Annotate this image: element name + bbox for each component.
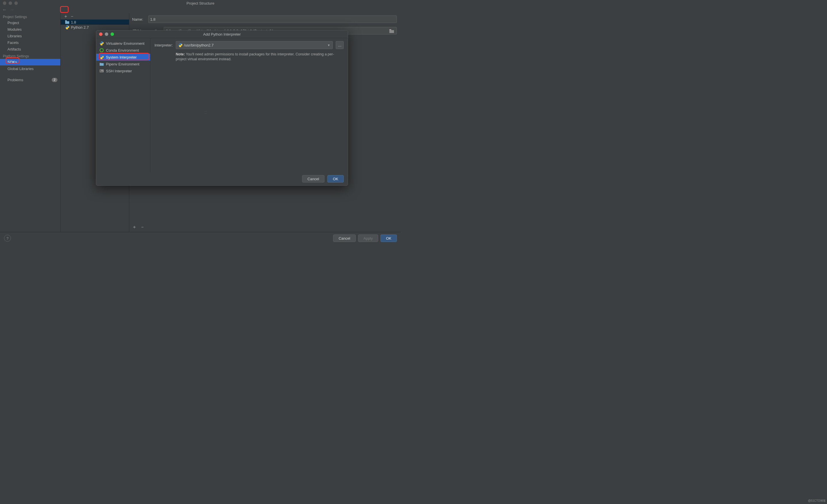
interpreter-combo[interactable]: /usr/bin/python2.7 ▼ — [176, 41, 333, 49]
interpreter-note: Note: You'll need admin permissions to i… — [154, 52, 344, 62]
dialog-footer: ? Cancel Apply OK — [0, 232, 401, 244]
env-ssh[interactable]: SSH Interpreter — [96, 67, 150, 74]
sdk-label: 1.8 — [71, 20, 76, 24]
modal-ok-button[interactable]: OK — [327, 175, 344, 183]
python-icon — [178, 43, 182, 47]
env-type-list: Virtualenv Environment Conda Environment… — [96, 38, 150, 172]
back-arrow-icon[interactable]: ← — [2, 7, 7, 12]
ssh-icon — [100, 69, 104, 73]
python-icon — [100, 55, 104, 59]
window-titlebar: Project Structure — [0, 0, 401, 6]
sidebar-item-libraries[interactable]: Libraries — [0, 33, 60, 39]
sidebar-item-global-libraries[interactable]: Global Libraries — [0, 65, 60, 72]
cancel-button[interactable]: Cancel — [333, 235, 355, 242]
note-bold: Note: — [176, 52, 185, 56]
pipenv-icon — [100, 62, 104, 66]
sidebar-item-project[interactable]: Project — [0, 19, 60, 26]
name-input[interactable] — [148, 15, 397, 23]
window-title: Project Structure — [0, 1, 401, 5]
interpreter-row: Interpreter: /usr/bin/python2.7 ▼ … — [154, 41, 344, 49]
env-label: Virtualenv Environment — [106, 41, 144, 46]
modal-body: Virtualenv Environment Conda Environment… — [96, 38, 348, 172]
sdk-list-toolbar: ＋ － — [61, 13, 129, 19]
sidebar-item-artifacts[interactable]: Artifacts — [0, 46, 60, 53]
platform-settings-heading: Platform Settings — [0, 53, 60, 59]
conda-icon — [100, 48, 104, 52]
content-remove-icon[interactable]: － — [140, 224, 145, 230]
nav-bar: ← → — [0, 6, 401, 13]
add-sdk-icon[interactable]: ＋ — [63, 13, 68, 19]
env-label: SSH Interpreter — [106, 69, 132, 73]
browse-interpreter-button[interactable]: … — [336, 41, 344, 49]
footer-buttons: Cancel Apply OK — [333, 235, 397, 242]
sidebar-item-problems[interactable]: Problems 2 — [0, 77, 60, 83]
modal-main: Interpreter: /usr/bin/python2.7 ▼ … Note… — [150, 38, 348, 172]
interpreter-value: /usr/bin/python2.7 — [184, 43, 214, 47]
env-system[interactable]: System Interpreter — [96, 54, 150, 60]
env-virtualenv[interactable]: Virtualenv Environment — [96, 40, 150, 47]
problems-count-badge: 2 — [52, 78, 57, 82]
problems-label: Problems — [7, 78, 23, 82]
sdk-list: 1.8 Python 2.7 — [61, 19, 129, 30]
sdk-row-python27[interactable]: Python 2.7 — [61, 25, 129, 30]
help-icon[interactable]: ? — [4, 235, 11, 242]
browse-folder-icon[interactable] — [389, 28, 395, 34]
env-pipenv[interactable]: Pipenv Environment — [96, 60, 150, 67]
note-text: You'll need admin permissions to install… — [176, 52, 334, 61]
name-label: Name: — [132, 17, 145, 21]
modal-cancel-button[interactable]: Cancel — [302, 175, 325, 183]
interpreter-label: Interpreter: — [154, 43, 173, 47]
sidebar-item-facets[interactable]: Facets — [0, 39, 60, 46]
settings-sidebar: Project Settings Project Modules Librari… — [0, 13, 61, 232]
svg-rect-1 — [100, 69, 104, 72]
python-icon — [100, 41, 104, 45]
forward-arrow-icon: → — [10, 7, 14, 12]
svg-point-0 — [100, 49, 103, 52]
env-label: Conda Environment — [106, 48, 139, 53]
sidebar-item-modules[interactable]: Modules — [0, 26, 60, 33]
python-icon — [65, 25, 69, 29]
chevron-down-icon: ▼ — [327, 44, 330, 47]
ok-button[interactable]: OK — [381, 235, 397, 242]
sdk-label: Python 2.7 — [71, 25, 89, 30]
modal-footer: Cancel OK — [96, 172, 348, 186]
name-row: Name: — [132, 15, 397, 23]
split-drag-handle-icon[interactable]: ⋮⋮ — [204, 110, 207, 114]
content-add-icon[interactable]: ＋ — [132, 224, 137, 230]
folder-icon — [65, 20, 69, 24]
sidebar-item-sdks[interactable]: SDKs — [0, 59, 60, 65]
env-label: System Interpreter — [106, 55, 137, 59]
env-conda[interactable]: Conda Environment — [96, 47, 150, 54]
add-python-interpreter-dialog: Add Python Interpreter Virtualenv Enviro… — [96, 30, 348, 186]
apply-button: Apply — [358, 235, 379, 242]
content-bottom-tools: ＋ － — [132, 224, 145, 230]
modal-title: Add Python Interpreter — [96, 32, 348, 37]
modal-titlebar: Add Python Interpreter — [96, 31, 348, 38]
remove-sdk-icon[interactable]: － — [70, 13, 75, 19]
sdk-row-1-8[interactable]: 1.8 — [61, 19, 129, 25]
env-label: Pipenv Environment — [106, 62, 139, 66]
project-settings-heading: Project Settings — [0, 13, 60, 19]
